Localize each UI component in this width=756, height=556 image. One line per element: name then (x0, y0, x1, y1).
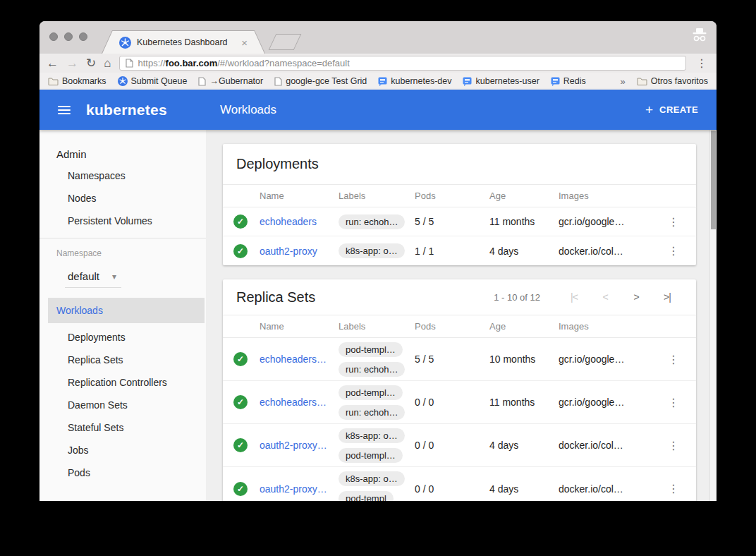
incognito-icon (691, 28, 708, 43)
kebab-menu-icon[interactable] (664, 397, 683, 409)
age-cell: 10 months (489, 353, 559, 365)
labels-cell: k8s-app: o…pod-templ… (339, 428, 415, 463)
last-page-icon[interactable]: >| (652, 291, 683, 303)
kebab-menu-icon[interactable] (664, 353, 683, 365)
zoom-window-button[interactable] (79, 32, 87, 41)
bookmarks-bar: Bookmarks Submit Queue →Gubernator googl… (39, 73, 717, 90)
close-tab-icon[interactable]: × (241, 37, 248, 48)
close-window-button[interactable] (49, 32, 58, 41)
table-row: echoheaders run: echoh… 5 / 5 11 months … (223, 207, 696, 236)
resource-link[interactable]: echoheaders… (260, 397, 333, 408)
bookmark-item[interactable]: →Gubernator (198, 76, 263, 86)
sidebar-item[interactable]: Persistent Volumes (39, 210, 206, 232)
age-cell: 4 days (489, 246, 559, 257)
next-page-icon[interactable]: > (621, 291, 652, 303)
kebab-menu-icon[interactable] (664, 440, 683, 452)
age-cell: 11 months (489, 216, 559, 227)
resource-link[interactable]: oauth2-proxy… (260, 483, 333, 495)
sidebar: Admin NamespacesNodesPersistent Volumes … (39, 130, 206, 501)
resource-link[interactable]: oauth2-proxy… (260, 440, 333, 451)
label-chip: k8s-app: o… (339, 428, 405, 443)
browser-toolbar: ← → ↻ ⌂ https://foo.bar.com/#/workload?n… (39, 54, 717, 73)
sidebar-item[interactable]: Namespaces (39, 164, 206, 187)
bookmark-item[interactable]: google-gce Test Grid (274, 76, 367, 86)
forward-icon[interactable]: → (66, 57, 78, 69)
address-bar[interactable]: https://foo.bar.com/#/workload?namespace… (119, 56, 686, 71)
bookmark-folder[interactable]: Bookmarks (48, 76, 106, 86)
bookmark-item[interactable]: kubernetes-user (463, 76, 539, 86)
pagination: 1 - 10 of 12 |< < > >| (494, 291, 683, 303)
tab-strip: Kubernetes Dashboard × (39, 21, 717, 54)
pods-cell: 5 / 5 (415, 216, 489, 227)
new-tab-button[interactable] (269, 34, 302, 50)
scrollbar-thumb[interactable] (711, 131, 716, 229)
sidebar-item-admin[interactable]: Admin (39, 144, 206, 164)
pods-cell: 1 / 1 (415, 246, 489, 257)
admin-nav-list: NamespacesNodesPersistent Volumes (39, 164, 206, 232)
table-header: Name Labels Pods Age Images (223, 315, 696, 338)
page-title: Workloads (220, 103, 276, 117)
hamburger-menu-icon[interactable] (58, 104, 71, 116)
status-ok-icon (233, 395, 248, 409)
sidebar-item[interactable]: Replication Controllers (39, 371, 206, 394)
pagination-range: 1 - 10 of 12 (494, 292, 540, 303)
home-icon[interactable]: ⌂ (104, 57, 111, 69)
pods-cell: 5 / 5 (415, 353, 489, 365)
resource-link[interactable]: echoheaders… (260, 353, 333, 365)
sidebar-item[interactable]: Nodes (39, 187, 206, 210)
bookmark-item[interactable]: Submit Queue (118, 76, 188, 86)
status-ok-icon (233, 482, 248, 496)
labels-cell: pod-templ…run: echoh… (339, 342, 415, 377)
deployments-card: Deployments Name Labels Pods Age Images (223, 144, 696, 265)
chat-icon (551, 77, 560, 86)
kubernetes-icon (118, 76, 128, 86)
resource-link[interactable]: echoheaders (260, 216, 333, 227)
bookmark-folder[interactable]: Otros favoritos (637, 76, 708, 86)
age-cell: 4 days (489, 483, 559, 495)
table-row: echoheaders… pod-templ…run: echoh… 0 / 0… (223, 381, 696, 424)
page-icon (126, 59, 133, 68)
scrollbar[interactable] (709, 130, 717, 501)
namespace-select[interactable]: default (65, 270, 121, 288)
label-chip: pod-templ… (339, 448, 403, 463)
sidebar-item[interactable]: Daemon Sets (39, 394, 206, 416)
kebab-menu-icon[interactable] (664, 216, 683, 228)
status-ok-icon (233, 352, 248, 366)
sidebar-item[interactable]: Jobs (39, 439, 206, 461)
bookmark-item[interactable]: kubernetes-dev (378, 76, 451, 86)
resource-link[interactable]: oauth2-proxy (260, 246, 333, 257)
first-page-icon[interactable]: |< (559, 291, 590, 303)
create-button[interactable]: + CREATE (645, 103, 698, 116)
label-chip: k8s-app: o… (339, 471, 405, 486)
sidebar-item-workloads[interactable]: Workloads (48, 298, 205, 323)
sidebar-item[interactable]: Pods (39, 461, 206, 484)
kebab-menu-icon[interactable] (664, 245, 683, 257)
bookmarks-overflow-chevron[interactable]: » (620, 76, 625, 87)
sidebar-item[interactable]: Stateful Sets (39, 416, 206, 439)
kebab-menu-icon[interactable] (664, 483, 683, 495)
sidebar-item[interactable]: Replica Sets (39, 349, 206, 371)
label-chip: run: echoh… (339, 362, 405, 377)
bookmark-item[interactable]: Redis (551, 76, 586, 86)
window-controls (49, 32, 87, 41)
images-cell: docker.io/col… (559, 246, 664, 257)
browser-tab[interactable]: Kubernetes Dashboard × (102, 30, 265, 54)
label-chip: pod-templ… (339, 342, 403, 357)
images-cell: gcr.io/google… (559, 397, 664, 408)
reload-icon[interactable]: ↻ (86, 57, 96, 69)
back-icon[interactable]: ← (47, 57, 59, 69)
chat-icon (378, 77, 387, 86)
table-row: oauth2-proxy k8s-app: o… 1 / 1 4 days do… (223, 236, 696, 265)
status-ok-icon (233, 244, 248, 258)
sidebar-item[interactable]: Deployments (39, 326, 206, 349)
images-cell: docker.io/col… (559, 483, 664, 495)
browser-menu-icon[interactable]: ⋮ (694, 56, 709, 70)
plus-icon: + (645, 103, 653, 116)
previous-page-icon[interactable]: < (590, 291, 621, 303)
sidebar-divider (39, 238, 206, 238)
main-content: Deployments Name Labels Pods Age Images (206, 130, 717, 501)
page-icon (198, 77, 206, 86)
minimize-window-button[interactable] (64, 32, 73, 41)
label-chip: k8s-app: o… (339, 243, 405, 258)
folder-icon (637, 77, 647, 85)
